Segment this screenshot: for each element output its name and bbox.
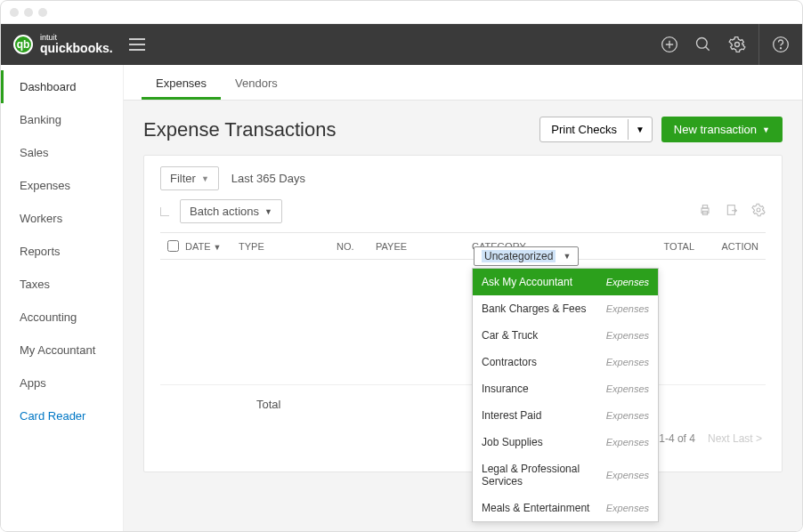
category-option[interactable]: Bank Charges & FeesExpenses [473, 295, 658, 322]
sidebar-item-card-reader[interactable]: Card Reader [1, 399, 123, 432]
sidebar-item-accounting[interactable]: Accounting [1, 301, 123, 334]
category-option[interactable]: ContractorsExpenses [473, 349, 658, 375]
col-payee[interactable]: PAYEE [376, 241, 472, 252]
category-select[interactable]: Uncategorized ▼ [474, 246, 579, 266]
sidebar-item-expenses[interactable]: Expenses [1, 169, 123, 202]
select-all-checkbox[interactable] [160, 240, 185, 252]
category-option-label: Interest Paid [482, 409, 541, 422]
menu-toggle-icon[interactable] [129, 38, 145, 51]
category-option-type: Expenses [606, 383, 649, 394]
category-option-type: Expenses [606, 503, 649, 513]
category-option[interactable]: Legal & Professional ServicesExpenses [473, 455, 658, 495]
filter-range-text: Last 365 Days [231, 172, 305, 185]
category-option[interactable]: Interest PaidExpenses [473, 402, 658, 429]
chevron-down-icon[interactable]: ▼ [628, 119, 652, 140]
sidebar: DashboardBankingSalesExpensesWorkersRepo… [1, 65, 124, 532]
batch-row: Batch actions ▼ [160, 199, 766, 223]
category-option-type: Expenses [606, 357, 649, 367]
page-title: Expense Transactions [143, 118, 336, 141]
transactions-card: Filter ▼ Last 365 Days Batch actions ▼ [143, 155, 783, 472]
col-total[interactable]: TOTAL [579, 241, 694, 252]
total-row: Total [160, 384, 766, 423]
category-option[interactable]: Meals & EntertainmentExpenses [473, 495, 658, 521]
traffic-light-close[interactable] [10, 8, 19, 17]
brand-logo: qb intuit quickbooks. [13, 34, 113, 55]
category-option-label: Bank Charges & Fees [482, 302, 586, 315]
category-option-label: Car & Truck [482, 329, 538, 342]
app-body: DashboardBankingSalesExpensesWorkersRepo… [1, 65, 802, 532]
gear-icon[interactable] [751, 203, 766, 221]
new-transaction-label: New transaction [674, 123, 757, 136]
category-option-label: Ask My Accountant [482, 276, 572, 288]
header-actions: Print Checks ▼ New transaction ▼ [539, 117, 783, 142]
export-icon[interactable] [725, 203, 739, 221]
chevron-down-icon: ▼ [201, 174, 209, 183]
category-option-label: Meals & Entertainment [482, 502, 589, 514]
category-option[interactable]: Ask My AccountantExpenses [473, 269, 658, 295]
category-option-label: Job Supplies [482, 436, 543, 448]
category-option[interactable]: Car & TruckExpenses [473, 322, 658, 349]
col-action: ACTION [694, 241, 766, 252]
new-transaction-button[interactable]: New transaction ▼ [661, 117, 783, 142]
category-option-label: Contractors [482, 356, 537, 368]
table-header: DATE ▼ TYPE NO. PAYEE CATEGORY TOTAL ACT… [160, 232, 766, 260]
gear-icon[interactable] [728, 36, 746, 53]
category-option-label: Insurance [482, 383, 529, 395]
chevron-down-icon: ▼ [264, 207, 272, 216]
sidebar-item-sales[interactable]: Sales [1, 136, 123, 169]
tab-expenses[interactable]: Expenses [142, 68, 221, 100]
batch-actions-button[interactable]: Batch actions ▼ [180, 199, 282, 223]
svg-point-13 [757, 208, 760, 212]
sort-down-icon: ▼ [214, 243, 222, 252]
filter-label: Filter [170, 172, 196, 185]
sidebar-item-banking[interactable]: Banking [1, 103, 123, 136]
window-titlebar [1, 1, 802, 24]
sidebar-item-my-accountant[interactable]: My Accountant [1, 334, 123, 367]
page-header: Expense Transactions Print Checks ▼ New … [124, 101, 802, 155]
svg-rect-11 [727, 205, 734, 214]
sidebar-item-workers[interactable]: Workers [1, 202, 123, 235]
filter-button[interactable]: Filter ▼ [160, 166, 219, 190]
sidebar-item-dashboard[interactable]: Dashboard [1, 70, 123, 103]
topbar-actions [661, 24, 790, 65]
svg-rect-9 [702, 205, 707, 207]
top-bar: qb intuit quickbooks. [1, 24, 802, 65]
tabs: ExpensesVendors [124, 65, 802, 101]
traffic-light-max[interactable] [38, 8, 47, 17]
pagination: 1-4 of 4 Next Last > [160, 432, 766, 445]
chevron-down-icon: ▼ [762, 125, 770, 134]
category-option-type: Expenses [606, 277, 649, 287]
brand-text: intuit quickbooks. [40, 34, 113, 55]
category-option[interactable]: Job SuppliesExpenses [473, 429, 658, 455]
category-option[interactable]: InsuranceExpenses [473, 375, 658, 402]
category-option-type: Expenses [606, 470, 649, 480]
next-last-link[interactable]: Next Last > [708, 432, 762, 445]
sidebar-item-apps[interactable]: Apps [1, 367, 123, 399]
sidebar-item-taxes[interactable]: Taxes [1, 268, 123, 301]
main-content: ExpensesVendors Expense Transactions Pri… [124, 65, 802, 532]
tab-vendors[interactable]: Vendors [221, 68, 292, 100]
page-range-text: 1-4 of 4 [659, 432, 695, 445]
col-date[interactable]: DATE ▼ [185, 241, 239, 252]
col-no[interactable]: NO. [337, 241, 376, 252]
category-dropdown: Ask My AccountantExpensesBank Charges & … [472, 268, 659, 522]
category-option-type: Expenses [606, 303, 649, 314]
chevron-down-icon: ▼ [563, 252, 571, 261]
category-option-type: Expenses [606, 437, 649, 447]
category-selected-text: Uncategorized [482, 250, 556, 262]
svg-point-3 [697, 38, 708, 49]
qb-circle-icon: qb [13, 35, 33, 54]
sidebar-item-reports[interactable]: Reports [1, 235, 123, 268]
total-label: Total [256, 398, 280, 411]
search-icon[interactable] [694, 36, 712, 53]
traffic-light-min[interactable] [24, 8, 33, 17]
help-icon[interactable] [772, 36, 790, 53]
app-window: qb intuit quickbooks. DashboardBankingSa… [0, 0, 803, 532]
row-corner-icon [160, 207, 169, 216]
category-option-type: Expenses [606, 410, 649, 421]
svg-line-4 [706, 47, 710, 51]
col-type[interactable]: TYPE [239, 241, 337, 252]
plus-icon[interactable] [661, 36, 678, 53]
print-icon[interactable] [698, 203, 712, 221]
print-checks-button[interactable]: Print Checks ▼ [539, 117, 653, 142]
